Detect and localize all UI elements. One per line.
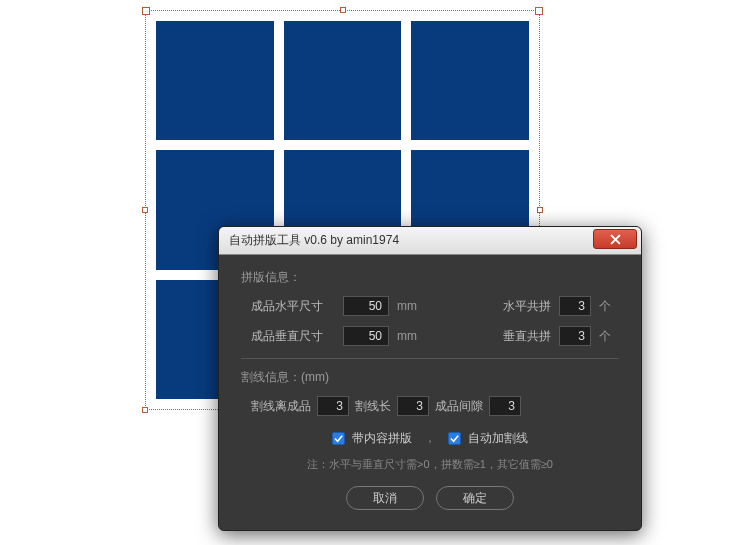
count-unit: 个 xyxy=(599,298,619,315)
layout-section-title: 拼版信息： xyxy=(241,269,619,286)
close-icon xyxy=(610,234,621,245)
vertical-size-label: 成品垂直尺寸 xyxy=(251,328,335,345)
horizontal-size-input[interactable] xyxy=(343,296,389,316)
ok-button[interactable]: 确定 xyxy=(436,486,514,510)
button-row: 取消 确定 xyxy=(241,486,619,510)
gap-input[interactable] xyxy=(489,396,521,416)
resize-handle[interactable] xyxy=(537,207,543,213)
dialog-body: 拼版信息： 成品水平尺寸 mm 水平共拼 个 成品垂直尺寸 mm 垂直共拼 个 … xyxy=(219,255,641,520)
divider xyxy=(241,358,619,359)
auto-cut-checkbox-label[interactable]: 自动加割线 xyxy=(448,430,528,447)
cancel-button[interactable]: 取消 xyxy=(346,486,424,510)
with-content-checkbox[interactable] xyxy=(332,432,345,445)
grid-cell xyxy=(156,21,274,140)
horizontal-count-label: 水平共拼 xyxy=(503,298,551,315)
cut-margin-label: 割线离成品 xyxy=(251,398,311,415)
resize-handle[interactable] xyxy=(340,7,346,13)
resize-handle[interactable] xyxy=(142,407,148,413)
cut-info-row: 割线离成品 割线长 成品间隙 xyxy=(251,396,619,416)
titlebar[interactable]: 自动拼版工具 v0.6 by amin1974 xyxy=(219,227,641,255)
check-icon xyxy=(450,434,459,443)
count-unit: 个 xyxy=(599,328,619,345)
grid-cell xyxy=(411,21,529,140)
vertical-size-input[interactable] xyxy=(343,326,389,346)
horizontal-size-row: 成品水平尺寸 mm 水平共拼 个 xyxy=(251,296,619,316)
check-icon xyxy=(334,434,343,443)
close-button[interactable] xyxy=(593,229,637,249)
horizontal-size-label: 成品水平尺寸 xyxy=(251,298,335,315)
cut-length-input[interactable] xyxy=(397,396,429,416)
checkbox-row: 带内容拼版 ， 自动加割线 xyxy=(241,430,619,447)
with-content-text: 带内容拼版 xyxy=(352,431,412,445)
resize-handle[interactable] xyxy=(142,207,148,213)
size-unit: mm xyxy=(397,299,417,313)
grid-cell xyxy=(284,21,402,140)
vertical-count-label: 垂直共拼 xyxy=(503,328,551,345)
footer-note: 注：水平与垂直尺寸需>0，拼数需≥1，其它值需≥0 xyxy=(241,457,619,472)
cut-margin-input[interactable] xyxy=(317,396,349,416)
horizontal-count-input[interactable] xyxy=(559,296,591,316)
vertical-size-row: 成品垂直尺寸 mm 垂直共拼 个 xyxy=(251,326,619,346)
auto-cut-checkbox[interactable] xyxy=(448,432,461,445)
separator: ， xyxy=(424,430,436,447)
gap-label: 成品间隙 xyxy=(435,398,483,415)
auto-cut-text: 自动加割线 xyxy=(468,431,528,445)
size-unit: mm xyxy=(397,329,417,343)
vertical-count-input[interactable] xyxy=(559,326,591,346)
cut-section-title: 割线信息：(mm) xyxy=(241,369,619,386)
with-content-checkbox-label[interactable]: 带内容拼版 xyxy=(332,430,412,447)
dialog-title: 自动拼版工具 v0.6 by amin1974 xyxy=(225,232,399,249)
cut-length-label: 割线长 xyxy=(355,398,391,415)
imposition-dialog: 自动拼版工具 v0.6 by amin1974 拼版信息： 成品水平尺寸 mm … xyxy=(218,226,642,531)
